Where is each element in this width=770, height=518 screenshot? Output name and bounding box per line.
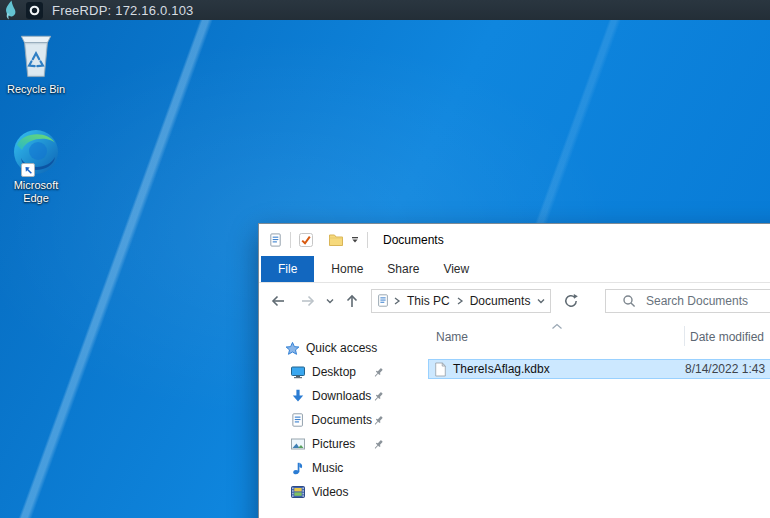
sidebar-item-label: Videos bbox=[312, 485, 348, 499]
sidebar-item-music[interactable]: Music bbox=[259, 456, 421, 480]
tab-view[interactable]: View bbox=[431, 256, 481, 282]
pin-icon bbox=[372, 390, 385, 403]
music-note-icon bbox=[290, 460, 306, 476]
document-icon bbox=[290, 412, 305, 428]
sidebar-item-downloads[interactable]: Downloads bbox=[259, 384, 421, 408]
freerdp-icon bbox=[26, 2, 43, 19]
address-location-icon bbox=[376, 293, 390, 308]
sort-ascending-icon bbox=[551, 323, 563, 330]
pin-icon bbox=[372, 366, 385, 379]
ribbon-tabs: File Home Share View bbox=[259, 256, 770, 283]
pin-icon bbox=[372, 414, 385, 427]
tab-home[interactable]: Home bbox=[319, 256, 375, 282]
sidebar-item-desktop[interactable]: Desktop bbox=[259, 360, 421, 384]
monitor-icon bbox=[290, 364, 306, 380]
edge-label: Microsoft Edge bbox=[4, 179, 68, 205]
up-icon[interactable] bbox=[343, 292, 361, 310]
freerdp-window-title: FreeRDP: 172.16.0.103 bbox=[52, 3, 194, 18]
sidebar-item-label: Music bbox=[312, 461, 343, 475]
star-icon bbox=[285, 341, 300, 356]
column-headers: Name Date modified bbox=[421, 323, 770, 349]
sidebar-item-label: Downloads bbox=[312, 389, 371, 403]
address-toolbar: This PC Documents bbox=[259, 283, 770, 318]
refresh-icon[interactable] bbox=[563, 293, 579, 309]
address-bar[interactable]: This PC Documents bbox=[371, 289, 551, 313]
picture-icon bbox=[290, 436, 306, 452]
tab-share[interactable]: Share bbox=[375, 256, 431, 282]
address-dropdown-chevron-icon[interactable] bbox=[536, 296, 546, 306]
explorer-titlebar: Documents bbox=[259, 224, 770, 256]
column-header-name[interactable]: Name bbox=[436, 330, 468, 344]
explorer-window-title: Documents bbox=[383, 233, 444, 247]
sidebar-item-documents[interactable]: Documents bbox=[259, 408, 421, 432]
separator bbox=[290, 232, 291, 248]
desktop-icon-recycle-bin[interactable]: Recycle Bin bbox=[0, 30, 72, 96]
sidebar-item-pictures[interactable]: Pictures bbox=[259, 432, 421, 456]
separator bbox=[367, 232, 368, 248]
desktop-wallpaper: Recycle Bin bbox=[0, 20, 770, 518]
recycle-bin-icon bbox=[14, 31, 58, 80]
file-page-icon bbox=[434, 362, 447, 377]
film-icon bbox=[290, 484, 306, 500]
search-icon bbox=[622, 294, 636, 308]
tab-file[interactable]: File bbox=[261, 256, 314, 282]
sidebar-item-videos[interactable]: Videos bbox=[259, 480, 421, 504]
breadcrumb-chevron-icon bbox=[393, 296, 401, 306]
file-name: ThereIsAflag.kdbx bbox=[453, 362, 550, 376]
file-date-modified: 8/14/2022 1:43 bbox=[685, 362, 765, 376]
forward-icon[interactable] bbox=[299, 292, 317, 310]
sidebar-item-label: Documents bbox=[311, 413, 372, 427]
qat-dropdown-icon[interactable] bbox=[350, 235, 360, 245]
file-row-kdbx[interactable]: ThereIsAflag.kdbx 8/14/2022 1:43 bbox=[428, 359, 770, 379]
folder-icon[interactable] bbox=[328, 233, 344, 247]
column-divider bbox=[684, 326, 685, 346]
window-document-icon bbox=[268, 232, 283, 248]
sidebar-item-label: Desktop bbox=[312, 365, 356, 379]
breadcrumb-documents[interactable]: Documents bbox=[467, 294, 534, 308]
edge-icon bbox=[12, 128, 60, 176]
navigation-pane: Quick access Desktop bbox=[259, 318, 421, 518]
breadcrumb-this-pc[interactable]: This PC bbox=[404, 294, 453, 308]
breadcrumb-chevron-icon bbox=[456, 296, 464, 306]
sidebar-item-quick-access[interactable]: Quick access bbox=[259, 336, 421, 360]
sidebar-item-label: Pictures bbox=[312, 437, 355, 451]
recycle-bin-label: Recycle Bin bbox=[7, 83, 65, 96]
file-list-pane: Name Date modified ThereIsAflag.kdbx 8/1… bbox=[421, 318, 770, 518]
shortcut-arrow-icon bbox=[21, 163, 35, 177]
freerdp-titlebar: FreeRDP: 172.16.0.103 bbox=[0, 0, 770, 20]
sidebar-item-label: Quick access bbox=[306, 341, 377, 355]
sidebar-item-onedrive[interactable]: OneDrive - Personal bbox=[259, 513, 421, 518]
kali-dragon-icon bbox=[2, 0, 19, 20]
recent-locations-chevron-icon[interactable] bbox=[325, 296, 335, 306]
file-explorer-window: Documents File Home Share View bbox=[258, 223, 770, 518]
desktop-icon-microsoft-edge[interactable]: Microsoft Edge bbox=[0, 126, 72, 205]
back-icon[interactable] bbox=[269, 292, 287, 310]
search-box[interactable] bbox=[605, 289, 770, 313]
checkmark-icon[interactable] bbox=[298, 232, 314, 248]
pin-icon bbox=[372, 438, 385, 451]
column-header-date-modified[interactable]: Date modified bbox=[690, 330, 764, 344]
download-arrow-icon bbox=[290, 388, 306, 404]
search-input[interactable] bbox=[646, 294, 770, 308]
